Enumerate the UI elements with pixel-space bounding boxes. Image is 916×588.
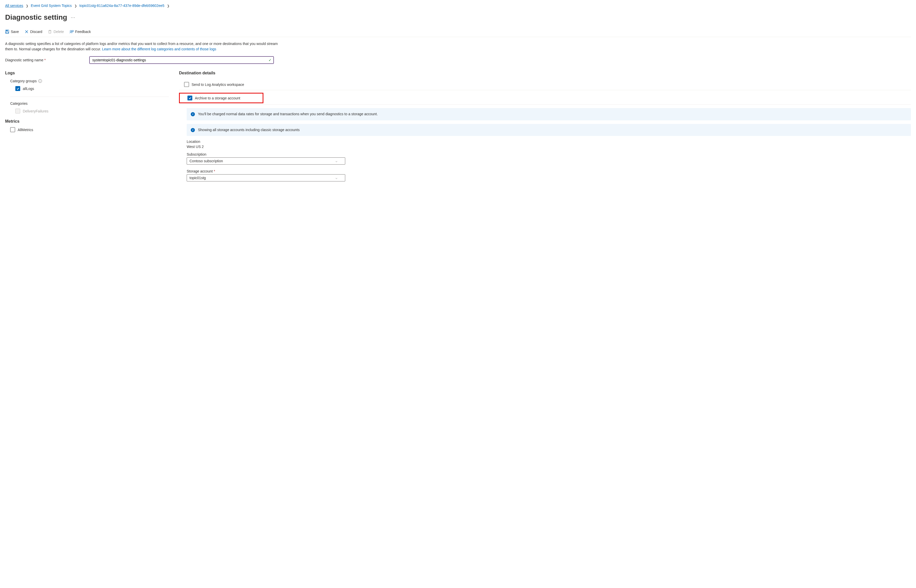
chevron-right-icon: ❯: [167, 4, 170, 8]
feedback-label: Feedback: [75, 30, 91, 34]
right-column: Destination details Send to Log Analytic…: [179, 71, 911, 186]
divider: [10, 97, 169, 97]
breadcrumb-topic[interactable]: topic01stg-811a624a-8a77-437e-89de-dfeb5…: [79, 3, 164, 8]
charge-info-banner: i You'll be charged normal data rates fo…: [187, 108, 911, 120]
alllogs-row: allLogs: [15, 86, 169, 91]
allmetrics-row: AllMetrics: [10, 127, 169, 132]
breadcrumb-event-grid[interactable]: Event Grid System Topics: [31, 3, 72, 8]
subscription-label: Subscription: [187, 152, 911, 157]
metrics-heading: Metrics: [5, 119, 169, 124]
delete-label: Delete: [53, 30, 64, 34]
info-icon: i: [191, 128, 195, 132]
svg-rect-5: [49, 31, 51, 33]
description-text: A diagnostic setting specifies a list of…: [5, 41, 286, 52]
divider: [179, 104, 911, 105]
save-button[interactable]: Save: [5, 30, 19, 34]
showing-info-text: Showing all storage accounts including c…: [198, 128, 300, 132]
check-icon: ✓: [269, 58, 272, 62]
showing-info-banner: i Showing all storage accounts including…: [187, 124, 911, 136]
chevron-down-icon: ⌵: [335, 159, 337, 163]
send-log-analytics-label: Send to Log Analytics workspace: [191, 82, 244, 87]
allmetrics-checkbox[interactable]: [10, 127, 15, 132]
chevron-right-icon: ❯: [26, 4, 28, 8]
archive-storage-highlight: Archive to a storage account: [179, 93, 264, 103]
subscription-select[interactable]: Contoso subscription ⌵: [187, 157, 345, 165]
storage-account-selected-value: topic01stg: [189, 176, 206, 180]
breadcrumb-all-services[interactable]: All services: [5, 3, 23, 8]
svg-rect-2: [6, 32, 8, 34]
location-value: West US 2: [187, 145, 911, 149]
info-icon: i: [191, 112, 195, 116]
alllogs-label: allLogs: [23, 87, 34, 91]
deliveryfailures-row: DeliveryFailures: [15, 108, 169, 113]
required-marker: *: [214, 169, 215, 173]
storage-account-select[interactable]: topic01stg ⌵: [187, 174, 345, 181]
chevron-right-icon: ❯: [74, 4, 77, 8]
archive-storage-checkbox[interactable]: [188, 95, 192, 100]
destination-heading: Destination details: [179, 71, 911, 75]
diagnostic-name-input[interactable]: [89, 57, 274, 64]
svg-rect-1: [6, 30, 8, 31]
name-label-text: Diagnostic setting name: [5, 58, 43, 62]
send-log-analytics-checkbox[interactable]: [184, 82, 189, 87]
name-field-label: Diagnostic setting name *: [5, 58, 82, 62]
discard-button[interactable]: Discard: [24, 30, 42, 34]
delete-button: Delete: [48, 30, 64, 34]
left-column: Logs Category groups i allLogs Categorie…: [5, 71, 169, 138]
chevron-down-icon: ⌵: [335, 176, 337, 179]
location-label: Location: [187, 139, 911, 144]
page-title: Diagnostic setting: [5, 13, 67, 21]
required-marker: *: [44, 58, 45, 62]
name-field-row: Diagnostic setting name * ✓: [5, 57, 911, 64]
save-label: Save: [11, 30, 19, 34]
save-icon: [5, 30, 9, 34]
feedback-button[interactable]: Feedback: [70, 30, 91, 34]
info-icon[interactable]: i: [38, 79, 42, 83]
feedback-icon: [70, 30, 74, 34]
deliveryfailures-label: DeliveryFailures: [23, 109, 49, 113]
toolbar: Save Discard Delete Feedback: [5, 30, 911, 37]
discard-label: Discard: [30, 30, 42, 34]
categories-label: Categories: [10, 102, 169, 105]
archive-storage-label: Archive to a storage account: [195, 96, 240, 100]
breadcrumb: All services ❯ Event Grid System Topics …: [5, 3, 911, 8]
logs-heading: Logs: [5, 71, 169, 75]
learn-more-link[interactable]: Learn more about the different log categ…: [102, 47, 216, 51]
category-groups-label: Category groups i: [10, 79, 169, 83]
svg-point-8: [70, 31, 71, 32]
more-menu-icon[interactable]: ···: [71, 15, 75, 20]
storage-account-label: Storage account *: [187, 169, 911, 173]
deliveryfailures-checkbox: [15, 108, 20, 113]
allmetrics-label: AllMetrics: [18, 128, 33, 132]
storage-account-label-text: Storage account: [187, 169, 213, 173]
title-row: Diagnostic setting ···: [5, 13, 911, 21]
charge-info-text: You'll be charged normal data rates for …: [198, 111, 378, 117]
close-icon: [24, 30, 29, 34]
trash-icon: [48, 30, 52, 34]
category-groups-text: Category groups: [10, 79, 37, 83]
alllogs-checkbox[interactable]: [15, 86, 20, 91]
send-log-analytics-row: Send to Log Analytics workspace: [184, 79, 911, 90]
subscription-selected-value: Contoso subscription: [189, 159, 223, 163]
